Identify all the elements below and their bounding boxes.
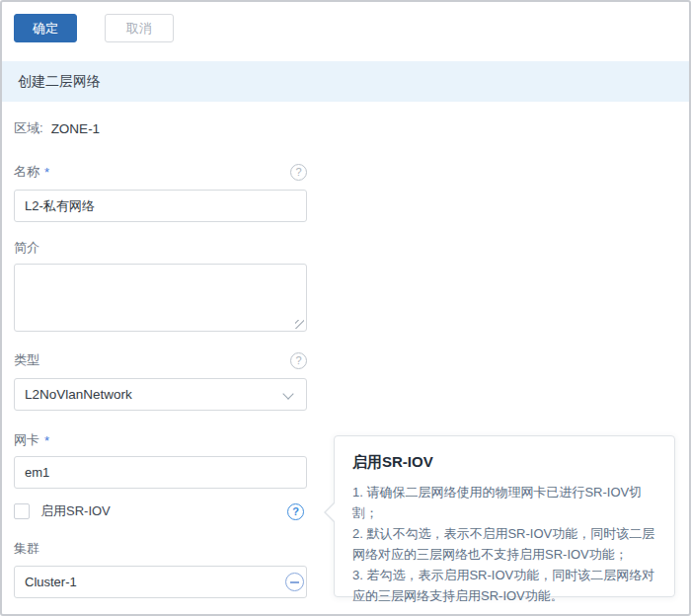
description-textarea-wrap bbox=[14, 264, 307, 332]
create-l2-network-dialog: 确定 取消 创建二层网络 区域: ZONE-1 名称 * 简介 类型 L2NoV… bbox=[0, 0, 691, 616]
name-label: 名称 bbox=[14, 163, 39, 181]
type-label-row: 类型 bbox=[14, 351, 307, 369]
tooltip-line: 1. 请确保二层网络使用的物理网卡已进行SR-IOV切割； bbox=[352, 482, 656, 523]
dialog-title: 创建二层网络 bbox=[18, 73, 101, 91]
remove-cluster-icon[interactable] bbox=[285, 573, 304, 591]
nic-label-row: 网卡 * bbox=[14, 431, 307, 449]
cluster-label: 集群 bbox=[14, 540, 39, 558]
required-asterisk: * bbox=[44, 433, 49, 448]
confirm-button[interactable]: 确定 bbox=[14, 14, 77, 42]
sriov-checkbox[interactable] bbox=[14, 503, 30, 519]
dialog-title-bar: 创建二层网络 bbox=[2, 61, 689, 102]
zone-row: 区域: ZONE-1 bbox=[14, 119, 100, 137]
sriov-help-icon[interactable] bbox=[287, 503, 304, 520]
type-help-icon[interactable] bbox=[290, 352, 307, 369]
nic-label: 网卡 bbox=[14, 431, 39, 449]
name-help-icon[interactable] bbox=[290, 164, 307, 181]
zone-label: 区域: bbox=[14, 119, 43, 137]
zone-value: ZONE-1 bbox=[51, 121, 101, 136]
cluster-label-row: 集群 bbox=[14, 540, 307, 558]
tooltip-title: 启用SR-IOV bbox=[352, 453, 656, 472]
type-select[interactable]: L2NoVlanNetwork bbox=[14, 378, 307, 411]
sriov-row: 启用SR-IOV bbox=[14, 501, 307, 521]
description-label-row: 简介 bbox=[14, 239, 307, 257]
sriov-label: 启用SR-IOV bbox=[40, 502, 111, 520]
required-asterisk: * bbox=[44, 165, 49, 180]
name-label-row: 名称 * bbox=[14, 163, 307, 181]
name-input[interactable] bbox=[14, 190, 307, 222]
tooltip-arrow-icon bbox=[324, 501, 335, 523]
type-label: 类型 bbox=[14, 351, 39, 369]
sriov-help-tooltip: 启用SR-IOV 1. 请确保二层网络使用的物理网卡已进行SR-IOV切割； 2… bbox=[334, 435, 675, 597]
tooltip-line: 2. 默认不勾选，表示不启用SR-IOV功能，同时该二层网络对应的三层网络也不支… bbox=[352, 523, 656, 565]
chevron-down-icon bbox=[282, 388, 293, 399]
description-textarea[interactable] bbox=[14, 264, 307, 332]
cluster-input[interactable] bbox=[14, 566, 307, 598]
type-select-value: L2NoVlanNetwork bbox=[25, 387, 132, 402]
tooltip-line: 3. 若勾选，表示启用SR-IOV功能，同时该二层网络对应的三层网络支持启用SR… bbox=[352, 565, 656, 606]
nic-input[interactable] bbox=[14, 456, 307, 489]
cancel-button[interactable]: 取消 bbox=[105, 14, 174, 42]
description-label: 简介 bbox=[14, 239, 39, 257]
